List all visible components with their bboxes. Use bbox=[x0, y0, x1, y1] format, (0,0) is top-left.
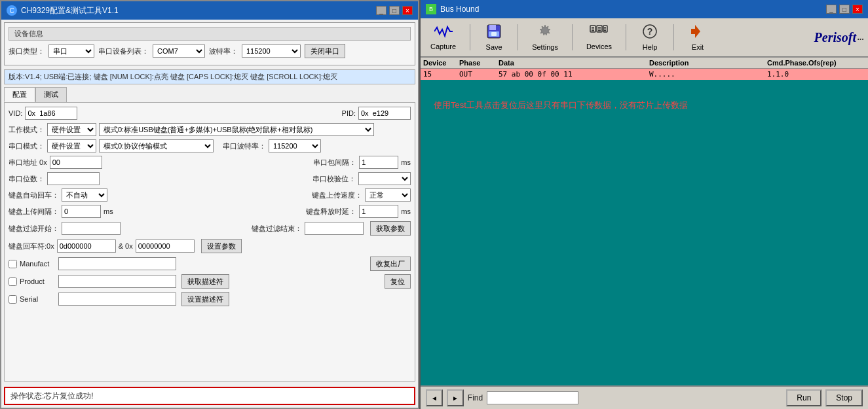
run-button[interactable]: Run bbox=[786, 389, 821, 406]
toolbar-divider-4 bbox=[626, 24, 626, 50]
baud-rate-label: 波特率： bbox=[209, 46, 238, 56]
right-maximize-button[interactable]: □ bbox=[839, 5, 850, 14]
col-header-description: Description bbox=[649, 59, 767, 67]
toolbar: Capture Save Settings bbox=[421, 18, 868, 58]
exit-button[interactable]: Exit bbox=[682, 21, 713, 54]
tab-test[interactable]: 测试 bbox=[35, 87, 67, 102]
app-icon: C bbox=[7, 5, 17, 16]
restore-factory-button[interactable]: 收复出厂 bbox=[370, 257, 411, 271]
settings-button[interactable]: Settings bbox=[526, 21, 564, 54]
find-prev-button[interactable]: ◄ bbox=[426, 389, 443, 406]
kb-release-delay-input[interactable] bbox=[359, 205, 398, 218]
serial-mode-hw-select[interactable]: 硬件设置 bbox=[47, 139, 96, 152]
stop-button[interactable]: Stop bbox=[825, 389, 863, 406]
work-mode-detail-select[interactable]: 模式0:标准USB键盘(普通+多媒体)+USB鼠标(绝对鼠标+相对鼠标) bbox=[99, 123, 374, 136]
close-port-button[interactable]: 关闭串口 bbox=[305, 44, 345, 58]
port-list-select[interactable]: COM7 bbox=[153, 44, 205, 58]
work-mode-label: 工作模式： bbox=[9, 125, 45, 135]
serial-baud-label: 串口波特率： bbox=[223, 141, 266, 151]
svg-rect-11 bbox=[598, 29, 601, 30]
baud-rate-select[interactable]: 115200 bbox=[242, 44, 301, 58]
kb-upload-interval-input[interactable] bbox=[62, 205, 101, 218]
serial-parity-select[interactable] bbox=[358, 172, 411, 185]
svg-rect-1 bbox=[489, 25, 496, 30]
get-desc-button[interactable]: 获取描述符 bbox=[181, 274, 229, 289]
find-input[interactable] bbox=[487, 391, 578, 404]
work-mode-hw-select[interactable]: 硬件设置 bbox=[47, 123, 96, 136]
find-next-button[interactable]: ► bbox=[447, 389, 464, 406]
serial-interval-label: 串口包间隔： bbox=[313, 158, 356, 168]
serial-mode-detail-select[interactable]: 模式0:协议传输模式 bbox=[99, 139, 214, 152]
product-input[interactable] bbox=[58, 275, 176, 288]
col-header-phase: Phase bbox=[459, 59, 499, 67]
right-title-controls: _ □ × bbox=[826, 5, 863, 14]
pid-input[interactable] bbox=[358, 107, 411, 120]
kb-upload-interval-unit: ms bbox=[104, 207, 113, 215]
data-description: W..... bbox=[649, 70, 767, 79]
left-title-bar: C CH9329配置&测试工具V1.1 _ □ × bbox=[1, 1, 418, 20]
save-button[interactable]: Save bbox=[478, 21, 510, 54]
svg-rect-8 bbox=[592, 30, 594, 31]
right-close-button[interactable]: × bbox=[852, 5, 863, 14]
svg-rect-3 bbox=[491, 32, 497, 36]
set-desc-button[interactable]: 设置描述符 bbox=[181, 292, 229, 306]
svg-rect-15 bbox=[604, 29, 606, 30]
close-button[interactable]: × bbox=[402, 6, 413, 15]
kb-filter-start-input[interactable] bbox=[62, 222, 121, 235]
right-minimize-button[interactable]: _ bbox=[826, 5, 837, 14]
gear-icon bbox=[537, 24, 553, 42]
device-info-header: 设备信息 bbox=[9, 27, 411, 41]
manufact-checkbox[interactable] bbox=[9, 260, 17, 268]
data-row-highlighted[interactable]: 15 OUT 57 ab 00 0f 00 11 W..... 1.1.0 bbox=[421, 69, 868, 80]
serial-checkbox[interactable] bbox=[9, 295, 17, 304]
toolbar-divider-2 bbox=[518, 24, 518, 50]
kb-upload-speed-select[interactable]: 正常 bbox=[365, 188, 411, 202]
serial-str-label: Serial bbox=[20, 295, 56, 303]
maximize-button[interactable]: □ bbox=[389, 6, 400, 15]
devices-icon bbox=[590, 24, 608, 41]
serial-addr-input[interactable] bbox=[50, 156, 102, 169]
interface-type-select[interactable]: 串口 bbox=[48, 44, 94, 58]
svg-rect-6 bbox=[592, 27, 594, 28]
help-button[interactable]: ? Help bbox=[634, 21, 666, 54]
find-label: Find bbox=[468, 393, 483, 402]
pid-label: PID: bbox=[342, 109, 356, 117]
config-form: VID: PID: 工作模式： 硬件设置 模式0:标准USB键盘(普通+多媒体)… bbox=[4, 102, 415, 382]
devices-button[interactable]: Devices bbox=[580, 21, 618, 54]
exit-icon bbox=[690, 24, 706, 42]
kb-upload-interval-label: 键盘上传间隔： bbox=[9, 207, 59, 217]
serial-mode-label: 串口模式： bbox=[9, 141, 45, 151]
toolbar-divider-5 bbox=[673, 24, 674, 50]
kb-return-char-input2[interactable] bbox=[136, 240, 195, 253]
serial-str-input[interactable] bbox=[58, 293, 176, 306]
manufact-input[interactable] bbox=[58, 257, 176, 270]
serial-bits-label: 串口位数： bbox=[9, 174, 45, 184]
right-app-title: Bus Hound bbox=[440, 5, 479, 14]
get-params-button[interactable]: 获取参数 bbox=[370, 221, 411, 236]
kb-return-char-input1[interactable] bbox=[57, 240, 116, 253]
kb-release-delay-unit: ms bbox=[401, 207, 411, 215]
interface-type-label: 接口类型： bbox=[9, 46, 45, 56]
serial-baud-select[interactable]: 115200 bbox=[269, 139, 321, 152]
tab-config[interactable]: 配置 bbox=[4, 87, 35, 102]
right-panel: B Bus Hound _ □ × Capture bbox=[419, 0, 868, 409]
svg-text:?: ? bbox=[647, 26, 653, 37]
kb-filter-end-input[interactable] bbox=[305, 222, 364, 235]
product-checkbox[interactable] bbox=[9, 277, 17, 286]
serial-bits-input[interactable] bbox=[47, 172, 100, 185]
kb-filter-start-label: 键盘过滤开始： bbox=[9, 224, 59, 234]
capture-button[interactable]: Capture bbox=[425, 21, 462, 54]
kb-auto-return-select[interactable]: 不自动 bbox=[62, 188, 107, 202]
status-bar: 操作状态:芯片复位成功! bbox=[4, 387, 415, 405]
kb-return-char-label: 键盘回车符:0x bbox=[9, 241, 54, 251]
set-params-button[interactable]: 设置参数 bbox=[201, 239, 242, 253]
vid-input[interactable] bbox=[25, 107, 77, 120]
kb-filter-end-label: 键盘过滤结束： bbox=[252, 224, 302, 234]
device-info-section: 设备信息 接口类型： 串口 串口设备列表： COM7 波特率： 115200 关… bbox=[4, 22, 415, 65]
minimize-button[interactable]: _ bbox=[376, 6, 387, 15]
serial-addr-label: 串口地址 0x bbox=[9, 158, 47, 168]
reset-button[interactable]: 复位 bbox=[385, 274, 411, 289]
serial-interval-input[interactable] bbox=[359, 156, 398, 169]
col-header-data: Data bbox=[499, 59, 649, 67]
bottom-bar: ◄ ► Find Run Stop bbox=[421, 385, 868, 409]
